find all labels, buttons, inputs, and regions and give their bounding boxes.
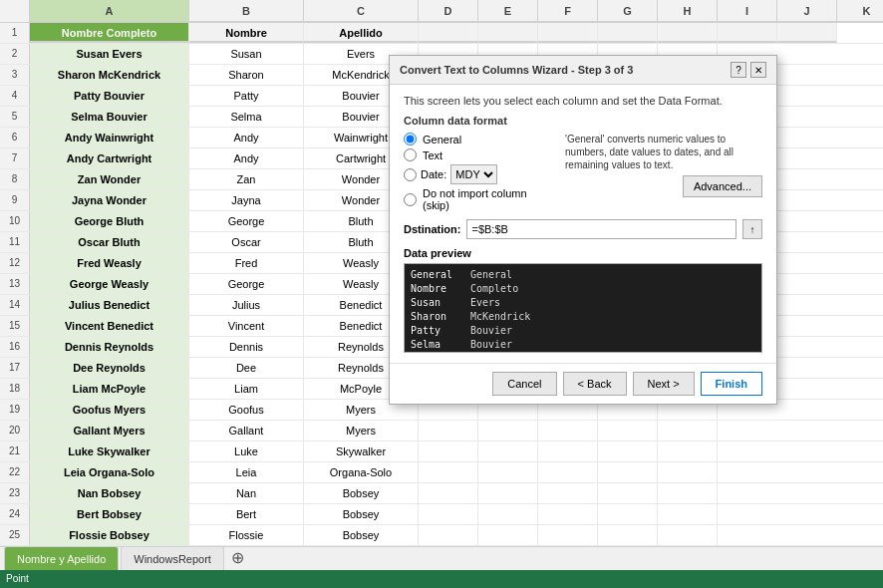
destination-label: Dstination: [404, 223, 460, 235]
add-tab-button[interactable]: ⊕ [226, 546, 250, 570]
note-advanced: 'General' converts numeric values to num… [555, 133, 762, 197]
next-button[interactable]: Next > [633, 372, 695, 396]
tab-bar: Nombre y Apellido WindowsReport ⊕ [0, 546, 883, 570]
preview-line-3: SharonMcKendrick [411, 310, 755, 324]
radio-general[interactable]: General [404, 133, 555, 146]
back-button[interactable]: < Back [563, 372, 627, 396]
radio-text-input[interactable] [404, 148, 417, 161]
status-bar: Point [0, 570, 883, 588]
radio-skip-label: Do not import column (skip) [423, 187, 555, 211]
radio-date-label: Date: [421, 168, 446, 180]
radio-text-label: Text [423, 149, 442, 161]
column-data-format-label: Column data format [404, 115, 762, 127]
destination-row: Dstination: ↑ [404, 219, 762, 239]
preview-line-2: SusanEvers [411, 296, 755, 310]
radio-with-note: General Text Date: MDY DMY YMD [404, 133, 762, 219]
status-text: Point [6, 573, 29, 584]
radio-date[interactable]: Date: MDY DMY YMD [404, 164, 555, 184]
radio-text[interactable]: Text [404, 148, 555, 161]
data-preview: GeneralGeneral NombreCompleto SusanEvers… [404, 263, 762, 353]
preview-line-4: PattyBouvier [411, 324, 755, 338]
dialog-overlay: Convert Text to Columns Wizard - Step 3 … [0, 0, 883, 558]
radio-skip-input[interactable] [404, 193, 417, 206]
finish-button[interactable]: Finish [701, 372, 762, 396]
general-note: 'General' converts numeric values to num… [565, 133, 762, 171]
dialog-body: This screen lets you select each column … [390, 85, 776, 363]
dialog-close-btn[interactable]: ✕ [750, 62, 766, 78]
data-preview-label: Data preview [404, 247, 762, 259]
destination-pick-btn[interactable]: ↑ [742, 219, 762, 239]
tab-nombre-apellido[interactable]: Nombre y Apellido [4, 546, 119, 570]
preview-line-6: AndyWainwright [411, 352, 755, 353]
dialog-controls: ? ✕ [731, 62, 766, 78]
advanced-button[interactable]: Advanced... [683, 175, 762, 197]
dialog-help-btn[interactable]: ? [731, 62, 746, 78]
destination-input[interactable] [466, 219, 736, 239]
radio-group: General Text Date: MDY DMY YMD [404, 133, 555, 211]
dialog-title: Convert Text to Columns Wizard - Step 3 … [400, 64, 633, 76]
dialog-footer: Cancel < Back Next > Finish [390, 363, 776, 404]
convert-dialog: Convert Text to Columns Wizard - Step 3 … [389, 55, 777, 405]
radio-general-input[interactable] [404, 133, 417, 146]
dialog-titlebar: Convert Text to Columns Wizard - Step 3 … [390, 56, 776, 85]
preview-line-1: NombreCompleto [411, 282, 755, 296]
date-select[interactable]: MDY DMY YMD [450, 164, 497, 184]
cancel-button[interactable]: Cancel [492, 372, 556, 396]
radio-general-label: General [423, 134, 461, 146]
preview-line-header: GeneralGeneral [411, 268, 755, 282]
radio-date-input[interactable] [404, 168, 417, 181]
radio-skip[interactable]: Do not import column (skip) [404, 187, 555, 211]
tab-windows-report[interactable]: WindowsReport [121, 546, 224, 570]
dialog-description: This screen lets you select each column … [404, 95, 762, 107]
preview-line-5: SelmaBouvier [411, 338, 755, 352]
